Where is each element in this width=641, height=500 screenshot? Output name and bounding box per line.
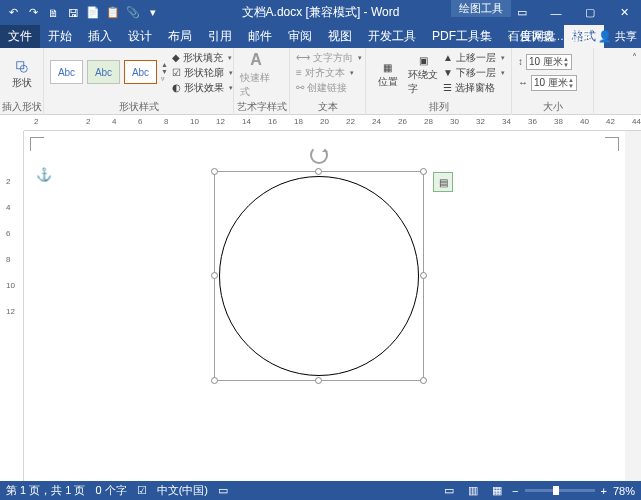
close-icon[interactable]: ✕ <box>607 0 641 25</box>
zoom-in-button[interactable]: + <box>601 485 607 497</box>
create-link-button[interactable]: ⚯创建链接 <box>296 80 362 95</box>
position-button[interactable]: ▦位置 <box>372 50 404 100</box>
tab-review[interactable]: 审阅 <box>280 25 320 48</box>
outline-icon: ☑ <box>172 67 181 78</box>
resize-handle-b[interactable] <box>315 377 322 384</box>
rotate-handle[interactable] <box>310 146 328 164</box>
minimize-icon[interactable]: — <box>539 0 573 25</box>
ribbon-tabs: 文件 开始 插入 设计 布局 引用 邮件 审阅 视图 开发工具 PDF工具集 百… <box>0 25 641 48</box>
shape-effects-button[interactable]: ◐形状效果▾ <box>172 80 233 95</box>
login-button[interactable]: 登录 <box>570 29 592 44</box>
save-icon[interactable]: 🖫 <box>64 3 82 23</box>
shape-outline-button[interactable]: ☑形状轮廓▾ <box>172 65 233 80</box>
status-bar: 第 1 页，共 1 页 0 个字 ☑ 中文(中国) ▭ ▭ ▥ ▦ − + 78… <box>0 481 641 500</box>
tab-mailings[interactable]: 邮件 <box>240 25 280 48</box>
shapes-button[interactable]: 形状 <box>6 50 37 100</box>
tab-references[interactable]: 引用 <box>200 25 240 48</box>
resize-handle-r[interactable] <box>420 272 427 279</box>
undo-icon[interactable]: ↶ <box>4 3 22 23</box>
tab-developer[interactable]: 开发工具 <box>360 25 424 48</box>
group-arrange: 排列 <box>366 100 511 114</box>
pane-icon: ☰ <box>443 82 452 93</box>
position-icon: ▦ <box>383 62 392 73</box>
margin-corner-tr <box>605 137 619 151</box>
fill-icon: ◆ <box>172 52 180 63</box>
maximize-icon[interactable]: ▢ <box>573 0 607 25</box>
width-row: ↔ 10 厘米▲▼ <box>518 75 577 90</box>
resize-handle-br[interactable] <box>420 377 427 384</box>
web-layout-icon[interactable]: ▦ <box>488 483 506 498</box>
layout-options-button[interactable]: ▤ <box>433 172 453 192</box>
page-status[interactable]: 第 1 页，共 1 页 <box>6 483 85 498</box>
resize-handle-tl[interactable] <box>211 168 218 175</box>
height-icon: ↕ <box>518 56 523 67</box>
height-input[interactable]: 10 厘米▲▼ <box>526 54 572 70</box>
wordart-styles-button[interactable]: A 快速样式 <box>240 50 272 100</box>
tab-insert[interactable]: 插入 <box>80 25 120 48</box>
qat-more-icon[interactable]: ▾ <box>144 3 162 23</box>
zoom-slider[interactable] <box>525 489 595 492</box>
doc-icon[interactable]: 📄 <box>84 3 102 23</box>
contextual-tab-label: 绘图工具 <box>451 0 511 17</box>
vertical-ruler[interactable]: 24681012 <box>0 131 24 481</box>
forward-icon: ▲ <box>443 52 453 63</box>
shape-selection-box[interactable]: ▤ <box>214 171 424 381</box>
ribbon-display-icon[interactable]: ▭ <box>505 0 539 25</box>
shape-fill-button[interactable]: ◆形状填充▾ <box>172 50 233 65</box>
tab-layout[interactable]: 布局 <box>160 25 200 48</box>
word-count[interactable]: 0 个字 <box>95 483 126 498</box>
document-page[interactable]: ⚓ ▤ <box>24 131 625 481</box>
zoom-level[interactable]: 78% <box>613 485 635 497</box>
tab-view[interactable]: 视图 <box>320 25 360 48</box>
style-gallery-more[interactable]: ▲▼▿ <box>161 60 168 84</box>
resize-handle-t[interactable] <box>315 168 322 175</box>
print-layout-icon[interactable]: ▥ <box>464 483 482 498</box>
shapes-icon <box>15 60 29 74</box>
window-controls: ▭ — ▢ ✕ <box>505 0 641 25</box>
redo-icon[interactable]: ↷ <box>24 3 42 23</box>
wrap-text-button[interactable]: ▣环绕文字 <box>408 50 440 100</box>
zoom-out-button[interactable]: − <box>512 485 518 497</box>
clipboard-icon[interactable]: 📋 <box>104 3 122 23</box>
resize-handle-bl[interactable] <box>211 377 218 384</box>
circle-shape[interactable] <box>219 176 419 376</box>
tab-file[interactable]: 文件 <box>0 25 40 48</box>
effects-icon: ◐ <box>172 82 181 93</box>
shape-style-3[interactable]: Abc <box>124 60 157 84</box>
vertical-scrollbar[interactable] <box>625 131 641 481</box>
quick-access-toolbar: ↶ ↷ 🗎 🖫 📄 📋 📎 ▾ <box>0 3 166 23</box>
tell-me-icon[interactable]: ♀ <box>506 31 514 43</box>
collapse-ribbon-icon[interactable]: ˄ <box>632 52 637 63</box>
tab-pdf[interactable]: PDF工具集 <box>424 25 500 48</box>
shape-style-1[interactable]: Abc <box>50 60 83 84</box>
wordart-icon: A <box>250 51 262 69</box>
attach-icon[interactable]: 📎 <box>124 3 142 23</box>
margin-corner-tl <box>30 137 44 151</box>
align-text-button[interactable]: ≡对齐文本▾ <box>296 65 362 80</box>
align-icon: ≡ <box>296 67 302 78</box>
selection-pane-button[interactable]: ☰选择窗格 <box>443 80 505 95</box>
tab-home[interactable]: 开始 <box>40 25 80 48</box>
insert-mode-icon[interactable]: ▭ <box>218 484 228 497</box>
horizontal-ruler[interactable]: 2246810121416182022242628303234363840424… <box>24 115 641 131</box>
send-backward-button[interactable]: ▼下移一层▾ <box>443 65 505 80</box>
text-direction-button[interactable]: ⟷文字方向▾ <box>296 50 362 65</box>
resize-handle-tr[interactable] <box>420 168 427 175</box>
read-mode-icon[interactable]: ▭ <box>440 483 458 498</box>
spell-icon[interactable]: ☑ <box>137 484 147 497</box>
height-row: ↕ 10 厘米▲▼ <box>518 54 577 69</box>
resize-handle-l[interactable] <box>211 272 218 279</box>
shape-style-2[interactable]: Abc <box>87 60 120 84</box>
bring-forward-button[interactable]: ▲上移一层▾ <box>443 50 505 65</box>
tab-design[interactable]: 设计 <box>120 25 160 48</box>
editor-area: 24681012 ⚓ ▤ <box>0 131 641 481</box>
share-button[interactable]: 👤 共享 <box>598 29 637 44</box>
new-icon[interactable]: 🗎 <box>44 3 62 23</box>
language-status[interactable]: 中文(中国) <box>157 483 208 498</box>
group-size: 大小 <box>512 100 593 114</box>
width-input[interactable]: 10 厘米▲▼ <box>531 75 577 91</box>
link-icon: ⚯ <box>296 82 304 93</box>
backward-icon: ▼ <box>443 67 453 78</box>
ribbon: 形状 插入形状 Abc Abc Abc ▲▼▿ ◆形状填充▾ ☑形状轮廓▾ ◐形… <box>0 48 641 115</box>
tell-me-input[interactable]: 告诉我… <box>520 29 564 44</box>
